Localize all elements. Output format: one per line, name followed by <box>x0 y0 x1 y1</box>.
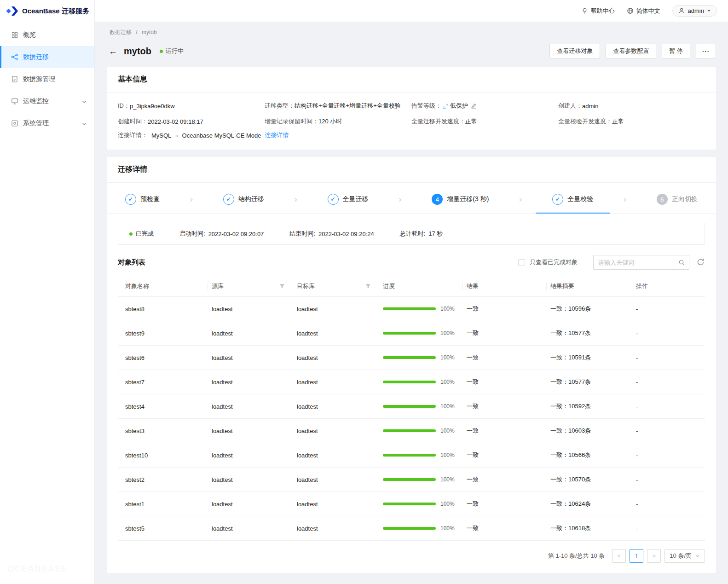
cell-progress: 100% <box>379 419 463 443</box>
filter-funnel-icon[interactable] <box>279 283 285 289</box>
field-creator: 创建人： admin <box>558 102 705 110</box>
object-list-header: 对象列表 只查看已完成对象 <box>118 255 705 270</box>
cell-summary: 一致：10577条 <box>547 370 632 394</box>
help-center-label: 帮助中心 <box>591 7 615 15</box>
table-row: sbtest8 loadtest loadtest 100% 一致 一致：105… <box>118 297 705 321</box>
cell-target: loadtest <box>293 321 379 346</box>
step-forward-switch[interactable]: 6 正向切换 <box>657 194 698 205</box>
step-state-label: 已完成 <box>136 230 154 238</box>
cell-summary: 一致：10618条 <box>547 516 632 541</box>
sidebar-item-data-migration[interactable]: 数据迁移 <box>0 46 94 68</box>
refresh-icon[interactable] <box>697 258 705 266</box>
chevron-right-icon: › <box>190 195 193 204</box>
step-status-box: 已完成 启动时间: 2022-03-02 09:20:07 结束时间: 2022… <box>118 223 705 245</box>
connection-details-link[interactable]: 连接详情 <box>265 131 289 139</box>
pause-button[interactable]: 暂 停 <box>662 44 690 58</box>
cell-target: loadtest <box>293 468 379 492</box>
progress-bar <box>383 332 436 335</box>
step-full-migration[interactable]: ✓ 全量迁移 <box>328 194 369 205</box>
migration-steps: ✓ 预检查 › ✓ 结构迁移 › ✓ 全量迁移 › 4 <box>107 183 716 214</box>
breadcrumb-separator: / <box>136 29 137 35</box>
page-size-value: 10 条/页 <box>670 552 692 560</box>
progress-bar <box>383 307 436 310</box>
col-progress: 进度 <box>379 276 463 297</box>
cell-progress: 100% <box>379 297 463 321</box>
view-migration-objects-button[interactable]: 查看迁移对象 <box>549 44 600 58</box>
check-circle-icon: ✓ <box>125 194 136 205</box>
search-input[interactable] <box>593 255 674 270</box>
cell-operation: - <box>632 346 705 370</box>
cell-source: loadtest <box>208 297 293 321</box>
cell-progress: 100% <box>379 443 463 468</box>
language-switch-button[interactable]: 简体中文 <box>627 7 660 15</box>
field-incr-retention: 增量记录保留时间： 120 小时 <box>265 117 411 126</box>
sidebar-item-ops-monitor[interactable]: 运维监控 <box>0 90 94 112</box>
page-content: 数据迁移 / mytob ← mytob 运行中 查看迁移对象 查看参数配置 暂… <box>95 22 728 584</box>
step-incremental-migration[interactable]: 4 增量迁移(3 秒) <box>432 194 489 205</box>
cell-result: 一致 <box>463 370 547 394</box>
chevron-right-icon: › <box>398 195 402 204</box>
user-menu-button[interactable]: admin <box>672 5 717 17</box>
more-actions-button[interactable]: ··· <box>696 44 716 58</box>
pagination-page-1-button[interactable]: 1 <box>630 549 643 563</box>
sidebar-item-label: 系统管理 <box>23 119 49 127</box>
search-button[interactable] <box>674 255 689 270</box>
grid-icon <box>11 31 18 39</box>
cell-target: loadtest <box>293 443 379 468</box>
table-row: sbtest7 loadtest loadtest 100% 一致 一致：105… <box>118 370 705 394</box>
col-operation: 操作 <box>632 276 705 297</box>
cell-object-name: sbtest2 <box>118 468 208 492</box>
help-center-button[interactable]: 帮助中心 <box>581 7 615 15</box>
cell-source: loadtest <box>208 468 293 492</box>
chevron-down-icon <box>81 121 87 126</box>
pagination-prev-button[interactable]: < <box>612 549 626 563</box>
filter-funnel-icon[interactable] <box>365 283 371 289</box>
sidebar-item-label: 运维监控 <box>23 97 49 105</box>
cell-progress: 100% <box>379 394 463 419</box>
cell-target: loadtest <box>293 346 379 370</box>
cell-source: loadtest <box>208 492 293 516</box>
cell-operation: - <box>632 468 705 492</box>
sidebar-item-datasource[interactable]: 数据源管理 <box>0 68 94 90</box>
page-size-select[interactable]: 10 条/页 <box>664 549 705 563</box>
cell-object-name: sbtest4 <box>118 394 208 419</box>
step-full-verification[interactable]: ✓ 全量校验 <box>552 194 593 205</box>
view-parameter-config-button[interactable]: 查看参数配置 <box>606 44 656 58</box>
check-circle-icon: ✓ <box>552 194 563 205</box>
edit-icon[interactable] <box>471 103 477 109</box>
table-header-row: 对象名称 源库 目 <box>118 276 705 297</box>
migration-nodes-icon <box>11 53 18 61</box>
cell-progress: 100% <box>379 492 463 516</box>
pagination-next-button[interactable]: > <box>647 549 661 563</box>
language-label: 简体中文 <box>636 7 660 15</box>
cell-source: loadtest <box>208 321 293 346</box>
sidebar-item-overview[interactable]: 概览 <box>0 24 94 46</box>
completed-only-checkbox[interactable] <box>518 259 525 266</box>
sidebar-item-system-mgmt[interactable]: 系统管理 <box>0 112 94 134</box>
brand-logo: OceanBase 迁移服务 <box>0 0 94 22</box>
col-target-db: 目标库 <box>293 276 379 297</box>
header-actions: 查看迁移对象 查看参数配置 暂 停 ··· <box>549 44 716 58</box>
connection-target: Oceanbase MySQL-CE Mode <box>182 132 261 139</box>
step-schema-migration[interactable]: ✓ 结构迁移 <box>223 194 264 205</box>
sidebar-menu: 概览 数据迁移 数据源管理 运维监控 <box>0 22 94 134</box>
oceanbase-logo-icon <box>6 6 18 16</box>
cell-target: loadtest <box>293 419 379 443</box>
step-precheck[interactable]: ✓ 预检查 <box>125 194 160 205</box>
cell-object-name: sbtest8 <box>118 297 208 321</box>
cell-summary: 一致：10577条 <box>547 321 632 346</box>
cell-result: 一致 <box>463 297 547 321</box>
table-row: sbtest1 loadtest loadtest 100% 一致 一致：106… <box>118 492 705 516</box>
col-result: 结果 <box>463 276 547 297</box>
sidebar-item-label: 概览 <box>23 31 36 39</box>
cell-operation: - <box>632 516 705 541</box>
completed-only-label[interactable]: 只查看已完成对象 <box>530 258 578 266</box>
breadcrumb-root[interactable]: 数据迁移 <box>110 29 132 35</box>
globe-icon <box>627 7 634 14</box>
back-arrow-icon[interactable]: ← <box>109 47 117 56</box>
migration-details-card: 迁移详情 ✓ 预检查 › ✓ 结构迁移 › ✓ 全量迁移 <box>107 157 716 573</box>
task-status-label: 运行中 <box>166 47 184 55</box>
migration-details-title: 迁移详情 <box>107 157 716 183</box>
progress-bar <box>383 527 436 530</box>
user-icon <box>678 7 685 14</box>
